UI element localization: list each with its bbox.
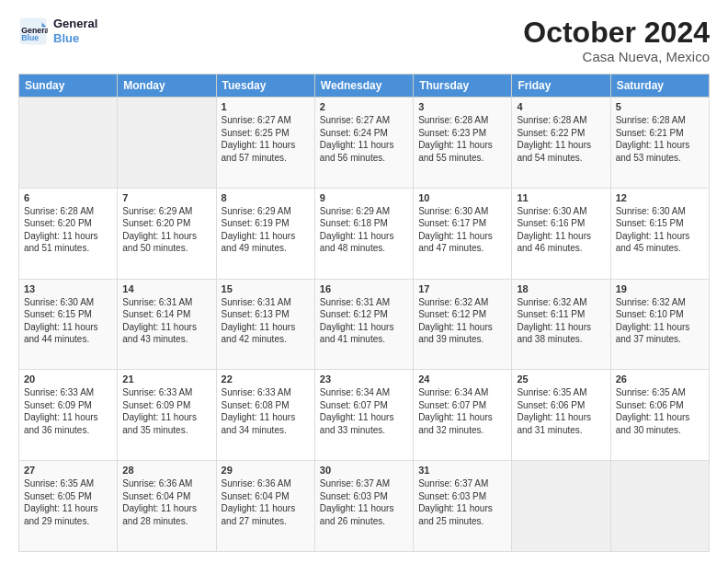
calendar-cell: 19Sunrise: 6:32 AM Sunset: 6:10 PM Dayli… <box>610 279 709 370</box>
day-info: Sunrise: 6:34 AM Sunset: 6:07 PM Dayligh… <box>320 386 408 436</box>
day-number: 27 <box>24 465 112 476</box>
day-number: 12 <box>616 192 704 203</box>
calendar-cell: 14Sunrise: 6:31 AM Sunset: 6:14 PM Dayli… <box>118 279 216 370</box>
calendar-cell <box>610 461 709 552</box>
day-number: 23 <box>320 373 408 385</box>
day-info: Sunrise: 6:28 AM Sunset: 6:20 PM Dayligh… <box>24 205 112 255</box>
day-number: 30 <box>320 465 408 476</box>
week-row-2: 6Sunrise: 6:28 AM Sunset: 6:20 PM Daylig… <box>19 188 710 279</box>
day-info: Sunrise: 6:28 AM Sunset: 6:23 PM Dayligh… <box>418 114 506 164</box>
day-info: Sunrise: 6:33 AM Sunset: 6:08 PM Dayligh… <box>222 386 310 436</box>
day-info: Sunrise: 6:32 AM Sunset: 6:12 PM Dayligh… <box>418 296 506 346</box>
day-info: Sunrise: 6:35 AM Sunset: 6:06 PM Dayligh… <box>616 386 704 436</box>
day-number: 19 <box>616 283 704 294</box>
day-info: Sunrise: 6:28 AM Sunset: 6:21 PM Dayligh… <box>616 114 704 164</box>
calendar-cell: 30Sunrise: 6:37 AM Sunset: 6:03 PM Dayli… <box>314 461 413 552</box>
calendar-cell: 10Sunrise: 6:30 AM Sunset: 6:17 PM Dayli… <box>414 188 512 279</box>
day-number: 28 <box>122 465 210 476</box>
calendar-cell: 6Sunrise: 6:28 AM Sunset: 6:20 PM Daylig… <box>19 188 118 279</box>
calendar-cell: 20Sunrise: 6:33 AM Sunset: 6:09 PM Dayli… <box>19 370 118 461</box>
calendar-cell: 31Sunrise: 6:37 AM Sunset: 6:03 PM Dayli… <box>414 461 512 552</box>
day-number: 31 <box>418 465 506 476</box>
day-number: 29 <box>222 465 310 476</box>
header-day-wednesday: Wednesday <box>314 75 413 98</box>
day-number: 22 <box>222 373 310 385</box>
day-number: 7 <box>122 192 210 203</box>
day-number: 11 <box>517 192 605 203</box>
logo: General Blue General Blue <box>18 17 97 46</box>
day-info: Sunrise: 6:29 AM Sunset: 6:19 PM Dayligh… <box>222 205 310 255</box>
calendar-cell: 13Sunrise: 6:30 AM Sunset: 6:15 PM Dayli… <box>19 279 118 370</box>
week-row-4: 20Sunrise: 6:33 AM Sunset: 6:09 PM Dayli… <box>19 370 710 461</box>
calendar-cell: 4Sunrise: 6:28 AM Sunset: 6:22 PM Daylig… <box>512 98 610 189</box>
day-info: Sunrise: 6:36 AM Sunset: 6:04 PM Dayligh… <box>222 477 310 527</box>
day-number: 10 <box>418 192 506 203</box>
calendar-cell: 11Sunrise: 6:30 AM Sunset: 6:16 PM Dayli… <box>512 188 610 279</box>
day-info: Sunrise: 6:31 AM Sunset: 6:14 PM Dayligh… <box>122 296 210 346</box>
logo-text-line1: General <box>53 17 97 31</box>
day-info: Sunrise: 6:30 AM Sunset: 6:15 PM Dayligh… <box>616 205 704 255</box>
calendar-cell: 23Sunrise: 6:34 AM Sunset: 6:07 PM Dayli… <box>314 370 413 461</box>
page-title: October 2024 <box>523 17 710 49</box>
day-number: 24 <box>418 373 506 385</box>
header: General Blue General Blue October 2024 C… <box>18 17 710 64</box>
page: General Blue General Blue October 2024 C… <box>0 0 728 563</box>
day-number: 26 <box>616 373 704 385</box>
page-subtitle: Casa Nueva, Mexico <box>523 49 710 64</box>
day-info: Sunrise: 6:35 AM Sunset: 6:06 PM Dayligh… <box>517 386 605 436</box>
day-number: 1 <box>222 101 310 112</box>
day-info: Sunrise: 6:37 AM Sunset: 6:03 PM Dayligh… <box>418 477 506 527</box>
calendar-cell: 29Sunrise: 6:36 AM Sunset: 6:04 PM Dayli… <box>216 461 314 552</box>
calendar-cell: 18Sunrise: 6:32 AM Sunset: 6:11 PM Dayli… <box>512 279 610 370</box>
day-info: Sunrise: 6:30 AM Sunset: 6:16 PM Dayligh… <box>517 205 605 255</box>
week-row-3: 13Sunrise: 6:30 AM Sunset: 6:15 PM Dayli… <box>19 279 710 370</box>
day-info: Sunrise: 6:33 AM Sunset: 6:09 PM Dayligh… <box>122 386 210 436</box>
day-info: Sunrise: 6:35 AM Sunset: 6:05 PM Dayligh… <box>24 477 112 527</box>
calendar-cell <box>19 98 118 189</box>
calendar-cell <box>512 461 610 552</box>
calendar-cell: 5Sunrise: 6:28 AM Sunset: 6:21 PM Daylig… <box>610 98 709 189</box>
day-info: Sunrise: 6:33 AM Sunset: 6:09 PM Dayligh… <box>24 386 112 436</box>
calendar-table: SundayMondayTuesdayWednesdayThursdayFrid… <box>18 74 710 552</box>
calendar-cell: 12Sunrise: 6:30 AM Sunset: 6:15 PM Dayli… <box>610 188 709 279</box>
header-row: SundayMondayTuesdayWednesdayThursdayFrid… <box>19 75 710 98</box>
header-day-friday: Friday <box>512 75 610 98</box>
day-number: 6 <box>24 192 112 203</box>
day-info: Sunrise: 6:32 AM Sunset: 6:10 PM Dayligh… <box>616 296 704 346</box>
day-number: 16 <box>320 283 408 294</box>
logo-icon: General Blue <box>18 17 48 46</box>
day-info: Sunrise: 6:32 AM Sunset: 6:11 PM Dayligh… <box>517 296 605 346</box>
calendar-cell: 16Sunrise: 6:31 AM Sunset: 6:12 PM Dayli… <box>314 279 413 370</box>
day-number: 5 <box>616 101 704 112</box>
calendar-cell: 25Sunrise: 6:35 AM Sunset: 6:06 PM Dayli… <box>512 370 610 461</box>
calendar-header: SundayMondayTuesdayWednesdayThursdayFrid… <box>19 75 710 98</box>
logo-text-line2: Blue <box>53 31 97 46</box>
day-info: Sunrise: 6:27 AM Sunset: 6:24 PM Dayligh… <box>320 114 408 164</box>
calendar-cell: 3Sunrise: 6:28 AM Sunset: 6:23 PM Daylig… <box>414 98 512 189</box>
calendar-cell: 1Sunrise: 6:27 AM Sunset: 6:25 PM Daylig… <box>216 98 314 189</box>
day-number: 4 <box>517 101 605 112</box>
header-day-monday: Monday <box>118 75 216 98</box>
day-number: 14 <box>122 283 210 294</box>
day-info: Sunrise: 6:36 AM Sunset: 6:04 PM Dayligh… <box>122 477 210 527</box>
day-number: 8 <box>222 192 310 203</box>
day-number: 9 <box>320 192 408 203</box>
day-number: 15 <box>222 283 310 294</box>
day-number: 3 <box>418 101 506 112</box>
title-block: October 2024 Casa Nueva, Mexico <box>523 17 710 64</box>
header-day-sunday: Sunday <box>19 75 118 98</box>
calendar-cell: 28Sunrise: 6:36 AM Sunset: 6:04 PM Dayli… <box>118 461 216 552</box>
svg-text:Blue: Blue <box>21 33 39 42</box>
day-info: Sunrise: 6:30 AM Sunset: 6:15 PM Dayligh… <box>24 296 112 346</box>
calendar-cell <box>118 98 216 189</box>
day-number: 25 <box>517 373 605 385</box>
calendar-cell: 9Sunrise: 6:29 AM Sunset: 6:18 PM Daylig… <box>314 188 413 279</box>
calendar-cell: 27Sunrise: 6:35 AM Sunset: 6:05 PM Dayli… <box>19 461 118 552</box>
day-info: Sunrise: 6:31 AM Sunset: 6:12 PM Dayligh… <box>320 296 408 346</box>
calendar-cell: 7Sunrise: 6:29 AM Sunset: 6:20 PM Daylig… <box>118 188 216 279</box>
calendar-cell: 24Sunrise: 6:34 AM Sunset: 6:07 PM Dayli… <box>414 370 512 461</box>
day-info: Sunrise: 6:31 AM Sunset: 6:13 PM Dayligh… <box>222 296 310 346</box>
calendar-cell: 17Sunrise: 6:32 AM Sunset: 6:12 PM Dayli… <box>414 279 512 370</box>
header-day-tuesday: Tuesday <box>216 75 314 98</box>
calendar-cell: 22Sunrise: 6:33 AM Sunset: 6:08 PM Dayli… <box>216 370 314 461</box>
